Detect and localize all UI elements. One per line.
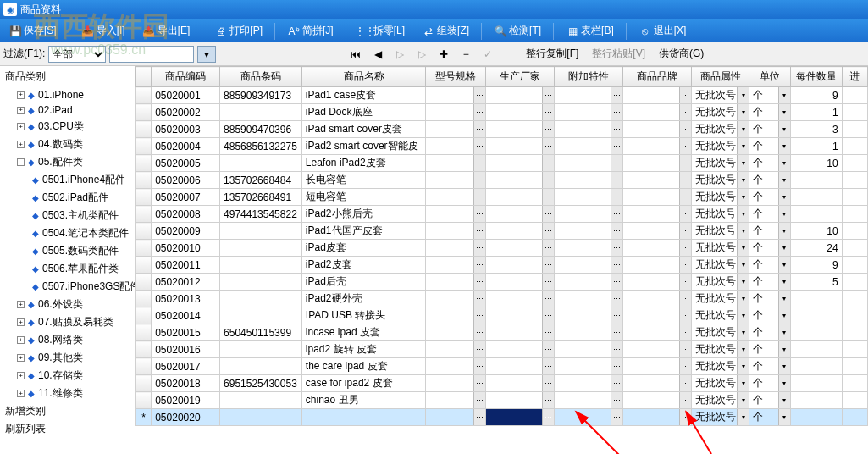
cell[interactable]: ⋯ bbox=[622, 206, 691, 223]
dropdown-button[interactable]: ▾ bbox=[778, 155, 790, 171]
tree-item[interactable]: +◆11.维修类 bbox=[0, 385, 135, 402]
table-row[interactable]: 05020015650450115399incase ipad 皮套⋯⋯⋯⋯无批… bbox=[136, 324, 868, 341]
cell[interactable]: iPad Dock底座 bbox=[301, 104, 426, 121]
cell[interactable] bbox=[842, 257, 867, 274]
row-indicator[interactable] bbox=[136, 121, 152, 138]
cell[interactable]: 135702668491 bbox=[220, 189, 302, 206]
dropdown-button[interactable]: ▾ bbox=[778, 274, 790, 290]
row-indicator[interactable] bbox=[136, 375, 152, 392]
copy-rows-button[interactable]: 整行复制[F] bbox=[526, 47, 578, 61]
ellipsis-button[interactable]: ⋯ bbox=[679, 358, 691, 374]
cell[interactable]: ⋯ bbox=[622, 138, 691, 155]
cell[interactable] bbox=[220, 104, 302, 121]
ellipsis-button[interactable]: ⋯ bbox=[473, 189, 485, 205]
dropdown-button[interactable]: ▾ bbox=[778, 121, 790, 137]
tree-item[interactable]: ◆0502.iPad配件 bbox=[0, 189, 135, 207]
ellipsis-button[interactable]: ⋯ bbox=[542, 392, 554, 408]
ellipsis-button[interactable]: ⋯ bbox=[542, 121, 554, 137]
cell[interactable]: ⋯ bbox=[622, 307, 691, 324]
cell[interactable]: 个▾ bbox=[749, 291, 791, 307]
ellipsis-button[interactable]: ⋯ bbox=[473, 87, 485, 103]
cell[interactable] bbox=[842, 223, 867, 240]
nav-prev-button[interactable]: ◀ bbox=[368, 46, 387, 63]
nav-add-button[interactable]: ✚ bbox=[434, 46, 453, 63]
cell[interactable]: ⋯ bbox=[486, 223, 555, 240]
cell[interactable] bbox=[842, 375, 867, 392]
tree-toggle-icon[interactable]: + bbox=[17, 336, 25, 344]
cell[interactable]: 短电容笔 bbox=[301, 189, 426, 206]
cell[interactable]: ⋯ bbox=[555, 274, 623, 291]
ellipsis-button[interactable]: ⋯ bbox=[542, 358, 554, 374]
cell[interactable]: ⋯ bbox=[426, 206, 486, 223]
cell[interactable]: iPad smart cover皮套 bbox=[301, 121, 426, 138]
cell[interactable]: 1 bbox=[790, 104, 842, 121]
tree-item[interactable]: +◆03.CPU类 bbox=[0, 118, 135, 136]
cell[interactable]: ⋯ bbox=[426, 358, 486, 375]
cell[interactable]: ⋯ bbox=[622, 375, 691, 392]
tree-item[interactable]: -◆05.配件类 bbox=[0, 153, 135, 171]
cell[interactable] bbox=[220, 257, 302, 274]
cell[interactable]: case for ipad2 皮套 bbox=[301, 375, 426, 392]
cell[interactable] bbox=[220, 409, 302, 426]
cell[interactable]: 05020008 bbox=[152, 206, 220, 223]
cell[interactable]: 个▾ bbox=[749, 324, 791, 341]
cell[interactable] bbox=[842, 392, 867, 409]
table-row[interactable]: 05020009iPad1代国产皮套⋯⋯⋯⋯无批次号▾个▾10 bbox=[136, 223, 868, 240]
ellipsis-button[interactable]: ⋯ bbox=[473, 274, 485, 290]
dropdown-button[interactable]: ▾ bbox=[778, 409, 790, 425]
tree-item[interactable]: ◆0504.笔记本类配件 bbox=[0, 224, 135, 242]
row-indicator[interactable] bbox=[136, 324, 152, 341]
dropdown-button[interactable]: ▾ bbox=[737, 104, 749, 120]
cell[interactable]: 个▾ bbox=[749, 409, 791, 426]
ellipsis-button[interactable]: ⋯ bbox=[473, 257, 485, 273]
cell[interactable]: 个▾ bbox=[749, 87, 791, 104]
cell[interactable]: ⋯ bbox=[486, 104, 555, 121]
cell[interactable]: ⋯ bbox=[555, 409, 623, 426]
ellipsis-button[interactable]: ⋯ bbox=[542, 155, 554, 171]
cell[interactable]: 个▾ bbox=[749, 138, 791, 155]
tree-toggle-icon[interactable]: + bbox=[17, 354, 25, 362]
cell[interactable]: 无批次号▾ bbox=[691, 240, 749, 257]
cell[interactable]: 24 bbox=[790, 240, 842, 257]
column-header[interactable]: 商品名称 bbox=[301, 67, 426, 87]
cell[interactable]: ⋯ bbox=[555, 324, 623, 341]
ellipsis-button[interactable]: ⋯ bbox=[679, 155, 691, 171]
ellipsis-button[interactable]: ⋯ bbox=[611, 324, 622, 340]
cell[interactable]: ⋯ bbox=[426, 87, 486, 104]
cell[interactable]: ⋯ bbox=[622, 409, 691, 426]
dropdown-button[interactable]: ▾ bbox=[778, 87, 790, 103]
dropdown-button[interactable]: ▾ bbox=[737, 206, 749, 222]
cell[interactable]: 05020005 bbox=[152, 155, 220, 172]
cell[interactable] bbox=[842, 341, 867, 358]
cell[interactable]: ⋯ bbox=[486, 291, 555, 307]
ellipsis-button[interactable]: ⋯ bbox=[473, 341, 485, 357]
ellipsis-button[interactable]: ⋯ bbox=[611, 223, 622, 239]
cell[interactable] bbox=[842, 138, 867, 155]
row-indicator[interactable] bbox=[136, 155, 152, 172]
row-indicator[interactable] bbox=[136, 307, 152, 324]
dropdown-button[interactable]: ▾ bbox=[737, 341, 749, 357]
ellipsis-button[interactable]: ⋯ bbox=[611, 409, 622, 425]
ellipsis-button[interactable]: ⋯ bbox=[542, 409, 554, 425]
ellipsis-button[interactable]: ⋯ bbox=[473, 240, 485, 256]
cell[interactable]: 个▾ bbox=[749, 274, 791, 291]
cell[interactable] bbox=[790, 172, 842, 189]
table-row[interactable]: 05020017the care ipad 皮套⋯⋯⋯⋯无批次号▾个▾ bbox=[136, 358, 868, 375]
cell[interactable]: ⋯ bbox=[622, 87, 691, 104]
cell[interactable]: 个▾ bbox=[749, 121, 791, 138]
dropdown-button[interactable]: ▾ bbox=[737, 121, 749, 137]
table-row[interactable]: *05020020⋯⋯⋯⋯无批次号▾个▾ bbox=[136, 409, 868, 426]
cell[interactable]: ⋯ bbox=[555, 392, 623, 409]
cell[interactable]: ⋯ bbox=[426, 172, 486, 189]
column-header[interactable]: 商品品牌 bbox=[622, 67, 691, 87]
ellipsis-button[interactable]: ⋯ bbox=[611, 240, 622, 256]
ellipsis-button[interactable]: ⋯ bbox=[473, 223, 485, 239]
cell[interactable] bbox=[790, 341, 842, 358]
row-indicator[interactable] bbox=[136, 223, 152, 240]
ellipsis-button[interactable]: ⋯ bbox=[473, 409, 485, 425]
cell[interactable]: ⋯ bbox=[486, 358, 555, 375]
ellipsis-button[interactable]: ⋯ bbox=[473, 307, 485, 324]
dropdown-button[interactable]: ▾ bbox=[737, 240, 749, 256]
table-row[interactable]: 05020013iPad2硬外壳⋯⋯⋯⋯无批次号▾个▾ bbox=[136, 291, 868, 307]
cell[interactable]: ⋯ bbox=[555, 189, 623, 206]
